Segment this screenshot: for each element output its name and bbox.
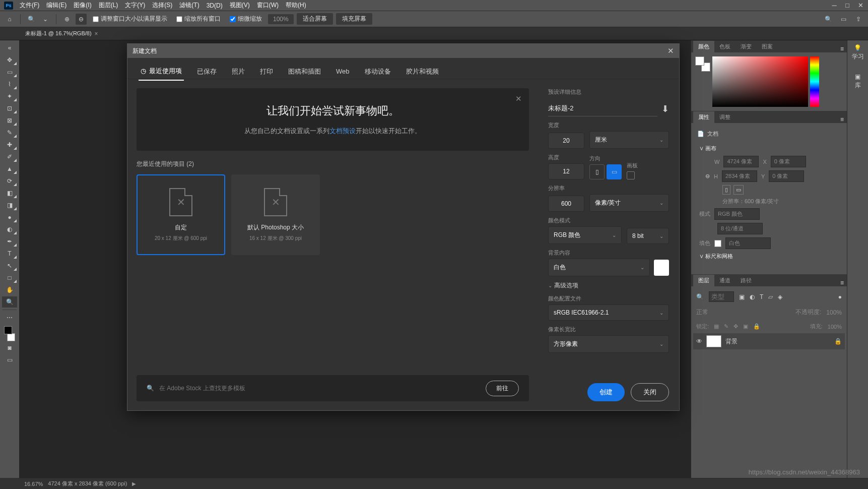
layer-row[interactable]: 👁 背景 🔒 (693, 333, 845, 349)
menu-image[interactable]: 图像(I) (70, 0, 95, 11)
menu-edit[interactable]: 编辑(E) (43, 0, 70, 11)
dialog-titlebar[interactable]: 新建文档 ✕ (127, 44, 679, 58)
close-button[interactable]: 关闭 (631, 383, 669, 401)
resize-window-check[interactable]: 调整窗口大小以满屏显示 (90, 15, 170, 23)
hand-tool[interactable]: ✋ (2, 284, 17, 295)
tab-adjustments[interactable]: 调整 (714, 111, 736, 123)
zoom-in-icon[interactable]: ⊕ (61, 14, 73, 25)
color-profile-select[interactable]: sRGB IEC61966-2.1⌄ (548, 304, 669, 321)
collapse-icon[interactable]: « (2, 42, 17, 53)
close-button[interactable]: ✕ (854, 1, 867, 11)
stamp-tool[interactable]: ▲ (2, 163, 17, 174)
menu-3d[interactable]: 3D(D) (203, 1, 226, 10)
fill-select[interactable]: 白色 (725, 237, 771, 249)
portrait-icon[interactable]: ▯ (722, 185, 730, 195)
document-name-input[interactable]: 未标题-2 (548, 101, 657, 116)
layer-filter-input[interactable] (709, 291, 734, 302)
heal-tool[interactable]: ✚ (2, 139, 17, 150)
lock-position-icon[interactable]: ✥ (733, 323, 738, 330)
tab-photo[interactable]: 照片 (230, 63, 247, 80)
marquee-tool[interactable]: ▭ (2, 67, 17, 78)
background-color-swatch[interactable] (654, 260, 669, 276)
tab-saved[interactable]: 已保存 (195, 63, 219, 80)
gradient-tool[interactable]: ◨ (2, 200, 17, 211)
learn-button[interactable]: 💡学习 (852, 44, 864, 61)
portrait-button[interactable]: ▯ (589, 164, 605, 179)
zoom-tool-icon[interactable]: 🔍 (26, 14, 37, 25)
brush-tool[interactable]: ✐ (2, 151, 17, 162)
shape-tool[interactable]: □ (2, 272, 17, 283)
tab-patterns[interactable]: 图案 (757, 41, 778, 52)
maximize-button[interactable]: □ (841, 1, 854, 11)
tab-paths[interactable]: 路径 (736, 275, 757, 286)
screenmode-icon[interactable]: ▭ (2, 354, 17, 365)
menu-type[interactable]: 文字(Y) (121, 0, 149, 11)
tab-channels[interactable]: 通道 (714, 275, 736, 286)
filter-image-icon[interactable]: ▣ (739, 293, 745, 300)
menu-window[interactable]: 窗口(W) (253, 0, 282, 11)
lock-artboard-icon[interactable]: ▣ (743, 323, 748, 330)
lock-transparency-icon[interactable]: ▦ (714, 323, 719, 330)
fill-opacity-field[interactable]: 100% (828, 324, 842, 330)
scrubby-zoom-check[interactable]: 细微缩放 (227, 15, 265, 23)
stock-search-input[interactable]: 在 Adobe Stock 上查找更多模板 (159, 384, 245, 393)
y-field[interactable]: 0 像素 (769, 170, 804, 182)
color-mode-select[interactable]: RGB 颜色⌄ (548, 226, 622, 244)
height-input[interactable]: 12 (548, 163, 584, 179)
tab-swatches[interactable]: 色板 (714, 41, 736, 52)
width-field[interactable]: 4724 像素 (723, 156, 759, 167)
canvas-section-header[interactable]: ∨ 画布 (699, 143, 839, 154)
visibility-icon[interactable]: 👁 (696, 338, 702, 345)
layer-thumbnail[interactable] (706, 335, 721, 347)
library-button[interactable]: ▣库 (855, 73, 861, 90)
home-icon[interactable]: ⌂ (4, 14, 15, 25)
tab-color[interactable]: 颜色 (693, 41, 714, 52)
move-tool[interactable]: ✥ (2, 54, 17, 66)
resolution-input[interactable]: 600 (548, 196, 584, 212)
resolution-unit-select[interactable]: 像素/英寸⌄ (589, 194, 669, 212)
filter-toggle-icon[interactable]: ● (838, 293, 842, 300)
tab-gradients[interactable]: 渐变 (736, 41, 757, 52)
quickmask-icon[interactable]: ◙ (2, 342, 17, 353)
wand-tool[interactable]: ✦ (2, 91, 17, 102)
banner-close-icon[interactable]: ✕ (515, 94, 522, 103)
menu-select[interactable]: 选择(S) (149, 0, 176, 11)
zoom-percent[interactable]: 16.67% (24, 481, 43, 487)
chevron-down-icon[interactable]: ⌄ (40, 14, 51, 25)
pixel-aspect-select[interactable]: 方形像素⌄ (548, 335, 669, 353)
blur-tool[interactable]: ● (2, 212, 17, 223)
dialog-close-icon[interactable]: ✕ (667, 46, 674, 55)
hue-slider[interactable] (810, 56, 819, 107)
filter-smart-icon[interactable]: ◈ (778, 293, 782, 300)
filter-adjust-icon[interactable]: ◐ (750, 293, 755, 300)
tab-film[interactable]: 胶片和视频 (404, 63, 441, 80)
dodge-tool[interactable]: ◐ (2, 224, 17, 235)
history-brush-tool[interactable]: ⟳ (2, 175, 17, 187)
tab-print[interactable]: 打印 (258, 63, 275, 80)
status-menu-icon[interactable]: ▶ (132, 481, 136, 486)
panel-menu-icon[interactable]: ≡ (840, 45, 844, 52)
mode-select[interactable]: RGB 颜色 (714, 208, 760, 220)
eyedropper-tool[interactable]: ✎ (2, 127, 17, 138)
create-button[interactable]: 创建 (587, 383, 625, 401)
fit-screen-button[interactable]: 适合屏幕 (297, 13, 333, 25)
workspace-icon[interactable]: ▭ (838, 14, 849, 25)
go-button[interactable]: 前往 (486, 381, 519, 396)
tab-layers[interactable]: 图层 (693, 275, 714, 286)
lock-icon[interactable]: 🔒 (834, 338, 842, 345)
advanced-toggle[interactable]: ⌄高级选项 (548, 281, 669, 290)
fill-swatch[interactable] (714, 240, 721, 247)
lasso-tool[interactable]: ⌇ (2, 79, 17, 90)
background-select[interactable]: 白色⌄ (548, 259, 650, 276)
type-tool[interactable]: T (2, 248, 17, 259)
preset-custom[interactable]: ✕ 自定 20 x 12 厘米 @ 600 ppi (137, 174, 225, 255)
close-tab-icon[interactable]: × (95, 30, 98, 37)
height-field[interactable]: 2834 像素 (722, 170, 757, 182)
zoom-all-check[interactable]: 缩放所有窗口 (173, 15, 224, 23)
artboard-checkbox[interactable] (627, 171, 635, 179)
color-picker[interactable] (2, 326, 17, 341)
crop-tool[interactable]: ⊡ (2, 103, 17, 114)
menu-view[interactable]: 视图(V) (226, 0, 253, 11)
menu-file[interactable]: 文件(F) (16, 0, 43, 11)
menu-filter[interactable]: 滤镜(T) (176, 0, 203, 11)
